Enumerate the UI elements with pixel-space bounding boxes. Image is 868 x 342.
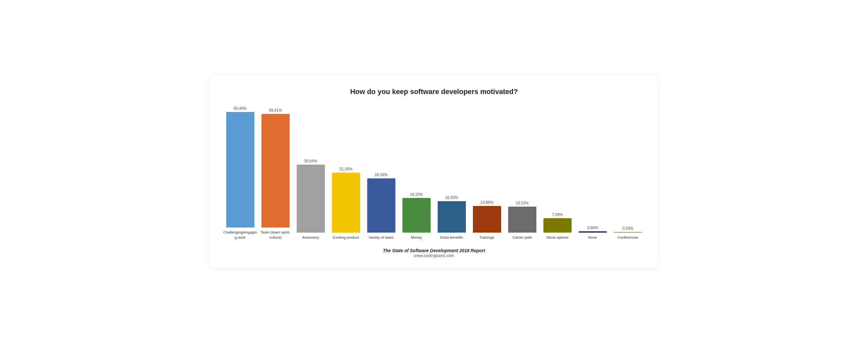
bar-label-autonomy: Autonomy [303, 235, 319, 240]
chart-title: How do you keep software developers moti… [223, 88, 646, 96]
bar-group-exciting: 31,35%Exciting product [329, 106, 364, 240]
bar-label-challenging: Challenging/engaging work [223, 230, 258, 240]
footer-url: www.codingsans.com [223, 253, 646, 258]
bar-wrapper-autonomy: 35,64% [293, 106, 329, 233]
bar-wrapper-money: 18,15% [399, 106, 434, 233]
bar-group-extra: 16,50%Extra benefits [434, 106, 469, 240]
bar-wrapper-variety: 28,38% [364, 106, 399, 233]
bar-group-stock: 7,59%Stock options [540, 106, 575, 240]
bar-rect-autonomy [297, 165, 325, 233]
bar-label-none: None [588, 235, 597, 240]
bar-value-carrier: 13,53% [516, 201, 529, 205]
bar-value-extra: 16,50% [445, 195, 458, 200]
bar-rect-trainings [473, 206, 501, 233]
bar-wrapper-exciting: 31,35% [329, 106, 364, 233]
bar-label-team: Team (team spirit, culture) [258, 230, 293, 240]
bar-value-challenging: 60,40% [234, 106, 247, 111]
bar-group-money: 18,15%Money [399, 106, 434, 240]
bar-label-exciting: Exciting product [333, 235, 359, 240]
bar-rect-extra [438, 201, 466, 233]
bar-label-conferences: Conferences [617, 235, 638, 240]
bar-group-autonomy: 35,64%Autonomy [293, 106, 329, 240]
bar-value-autonomy: 35,64% [304, 159, 317, 163]
bar-value-none: 0,66% [587, 226, 598, 230]
chart-container: How do you keep software developers moti… [210, 75, 658, 267]
bar-wrapper-none: 0,66% [575, 106, 610, 233]
bar-group-trainings: 13,86%Trainings [469, 106, 505, 240]
chart-footer: The State of Software Development 2018 R… [223, 248, 646, 258]
bar-group-conferences: 0,33%Conferences [610, 106, 646, 240]
bar-value-stock: 7,59% [552, 212, 563, 217]
bar-wrapper-stock: 7,59% [540, 106, 575, 233]
bar-wrapper-challenging: 60,40% [223, 106, 258, 228]
bar-rect-team [261, 114, 290, 227]
bar-value-variety: 28,38% [375, 173, 388, 177]
bar-wrapper-conferences: 0,33% [610, 106, 646, 233]
footer-title: The State of Software Development 2018 R… [223, 248, 646, 253]
bar-label-trainings: Trainings [479, 235, 494, 240]
bar-rect-exciting [332, 173, 360, 233]
bar-label-money: Money [411, 235, 422, 240]
bar-wrapper-extra: 16,50% [434, 106, 469, 233]
bar-rect-variety [367, 178, 395, 233]
bar-rect-carrier [508, 207, 536, 233]
bar-group-challenging: 60,40%Challenging/engaging work [223, 106, 258, 240]
bars-area: 60,40%Challenging/engaging work59,41%Tea… [223, 106, 646, 240]
bar-value-money: 18,15% [410, 192, 423, 197]
bar-label-variety: Variety of tasks [369, 235, 394, 240]
bar-rect-conferences [614, 232, 642, 233]
bar-value-team: 59,41% [269, 108, 282, 113]
bar-group-variety: 28,38%Variety of tasks [364, 106, 399, 240]
bar-rect-challenging [226, 112, 254, 227]
bar-group-none: 0,66%None [575, 106, 610, 240]
bar-group-team: 59,41%Team (team spirit, culture) [258, 106, 293, 240]
bar-wrapper-trainings: 13,86% [469, 106, 505, 233]
bar-wrapper-carrier: 13,53% [505, 106, 540, 233]
bar-value-exciting: 31,35% [339, 167, 352, 171]
bar-rect-none [579, 231, 607, 233]
bar-rect-money [402, 198, 431, 233]
bar-label-stock: Stock options [546, 235, 568, 240]
bar-rect-stock [544, 218, 571, 233]
bar-group-carrier: 13,53%Carrier path [505, 106, 540, 240]
bar-value-conferences: 0,33% [622, 226, 633, 231]
bar-label-carrier: Carrier path [512, 235, 532, 240]
bar-label-extra: Extra benefits [440, 235, 463, 240]
bar-value-trainings: 13,86% [480, 200, 493, 205]
bar-wrapper-team: 59,41% [258, 106, 293, 228]
